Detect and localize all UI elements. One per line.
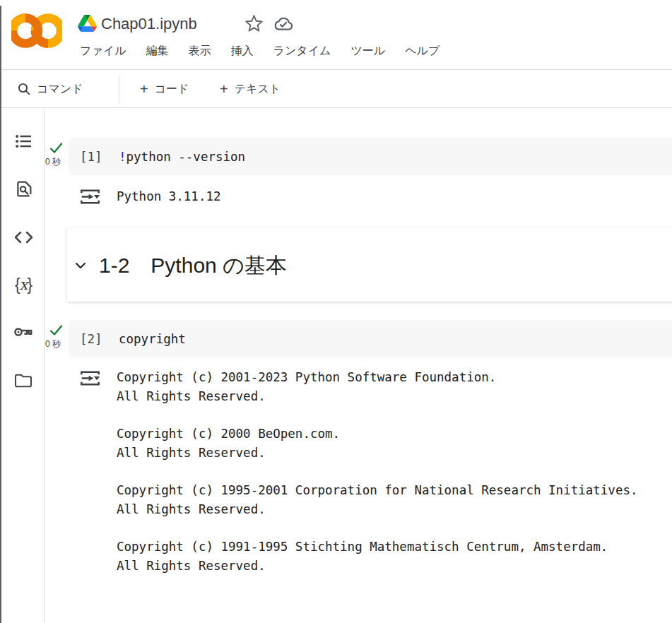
left-scrollbar[interactable] (0, 6, 1, 623)
find-in-page-icon[interactable] (12, 178, 35, 201)
code-editor-line[interactable]: copyright (119, 332, 186, 346)
execution-success-check-icon (49, 324, 63, 336)
code-cell[interactable]: [1] !python --version (69, 138, 672, 175)
code-cell[interactable]: [2] copyright (69, 320, 672, 357)
add-code-label: コード (155, 82, 189, 97)
variables-icon[interactable]: {x} (12, 273, 35, 296)
add-text-cell-button[interactable]: + テキスト (220, 79, 281, 99)
notebook-content: 0 秒 [1] !python --version Python 3.11.12… (45, 109, 672, 623)
menu-insert[interactable]: 挿入 (231, 44, 254, 59)
code-editor-line[interactable]: !python --version (119, 150, 245, 164)
notebook-title[interactable]: Chap01.ipynb (101, 13, 197, 35)
execution-count: [2] (69, 332, 119, 346)
cell-output-icon[interactable] (79, 369, 101, 388)
code-snippets-icon[interactable] (12, 226, 35, 249)
left-sidebar: {x} (0, 109, 45, 623)
add-text-label: テキスト (235, 82, 281, 97)
menu-bar: ファイル 編集 表示 挿入 ランタイム ツール ヘルプ (80, 44, 440, 59)
menu-tools[interactable]: ツール (350, 44, 385, 59)
menu-edit[interactable]: 編集 (146, 44, 169, 59)
add-code-cell-button[interactable]: + コード (140, 79, 189, 99)
section-heading: 1-2 Python の基本 (99, 251, 287, 280)
markdown-cell[interactable]: 1-2 Python の基本 (67, 228, 672, 302)
colab-logo-icon[interactable] (11, 11, 62, 51)
execution-success-check-icon (49, 142, 63, 154)
menu-runtime[interactable]: ランタイム (273, 44, 331, 59)
cloud-done-icon[interactable] (273, 13, 295, 32)
notebook-toolbar: コマンド + コード + テキスト (0, 71, 672, 108)
chevron-down-icon[interactable] (73, 261, 88, 271)
shell-bang-token: ! (119, 150, 126, 164)
star-icon[interactable] (244, 14, 264, 33)
header: Chap01.ipynb ファイル 編集 表示 挿入 ランタイム ツール ヘルプ (0, 0, 672, 70)
files-folder-icon[interactable] (12, 369, 35, 391)
table-of-contents-icon[interactable] (12, 130, 35, 153)
command-palette-button[interactable]: コマンド (17, 79, 83, 99)
plus-icon: + (140, 82, 148, 96)
execution-count: [1] (69, 150, 119, 164)
secrets-key-icon[interactable] (12, 321, 35, 343)
menu-view[interactable]: 表示 (189, 44, 211, 59)
menu-file[interactable]: ファイル (80, 44, 126, 59)
code-token: copyright (119, 332, 186, 346)
toolbar-divider (119, 76, 119, 103)
code-token: python --version (126, 150, 246, 164)
google-drive-icon (78, 15, 97, 32)
cell-output-icon[interactable] (79, 187, 101, 206)
cell-output-text: Python 3.11.12 (117, 187, 221, 206)
menu-help[interactable]: ヘルプ (405, 44, 440, 59)
search-icon (17, 82, 31, 96)
command-palette-label: コマンド (37, 82, 83, 97)
plus-icon: + (220, 82, 228, 96)
cell-output-text: Copyright (c) 2001-2023 Python Software … (117, 368, 638, 576)
